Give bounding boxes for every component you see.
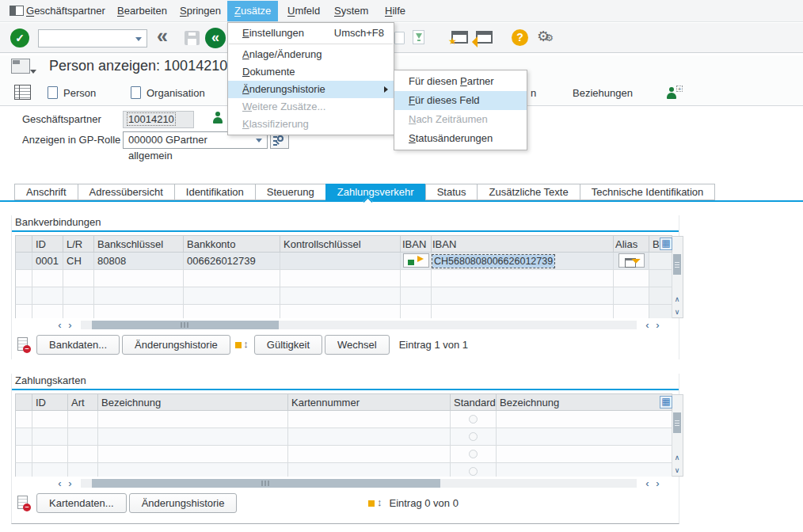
select-all-header[interactable] [15, 393, 32, 411]
table-settings-icon[interactable]: ▦ [660, 396, 672, 408]
create-shortcut-icon[interactable] [476, 31, 493, 44]
change-history-button[interactable]: Änderungshistorie [129, 493, 238, 513]
bank-row[interactable]: 0001 CH 80808 006626012739 CH56808080066… [15, 253, 672, 270]
menu-item-dokumente[interactable]: Dokumente [228, 63, 394, 81]
tab-adressuebersicht[interactable]: Adressübersicht [78, 184, 175, 200]
sort-button[interactable] [233, 335, 252, 355]
tab-steuerung[interactable]: Steuerung [255, 184, 326, 200]
new-session-icon[interactable] [451, 31, 468, 44]
menu-item-aenderungshistorie[interactable]: Änderungshistorie [228, 81, 394, 98]
menu-item-fuer-dieses-feld[interactable]: Für dieses Feld [394, 91, 527, 110]
tab-status[interactable]: Status [425, 184, 478, 200]
row-selector[interactable] [15, 253, 32, 270]
menu-zusaetze[interactable]: Zusätze [227, 1, 278, 21]
scroll-right-icon[interactable]: › [65, 320, 75, 330]
scroll-left-icon[interactable]: ‹ [55, 478, 65, 488]
person-icon [212, 112, 223, 124]
cell-bankschluessel: 80808 [94, 253, 184, 270]
change-history-button[interactable]: Änderungshistorie [122, 335, 230, 355]
col-lr[interactable]: L/R [63, 235, 94, 253]
empty-table-row[interactable] [15, 287, 672, 305]
tab-identifikation[interactable]: Identifikation [174, 184, 256, 200]
menu-item-einstellungen[interactable]: Einstellungen Umsch+F8 [228, 25, 394, 42]
menu-umfeld[interactable]: Umfeld [280, 1, 327, 21]
col-iban[interactable]: IBAN [432, 235, 614, 253]
menu-item-anlage-aenderung[interactable]: Anlage/Änderung [228, 46, 394, 63]
scroll-left-icon[interactable]: ‹ [642, 478, 653, 488]
alias-button[interactable] [618, 253, 645, 268]
scrollbar-thumb[interactable] [92, 479, 440, 488]
scrollbar-track[interactable] [81, 321, 637, 329]
empty-table-row[interactable] [15, 305, 672, 318]
command-field[interactable] [38, 29, 147, 48]
chevron-down-icon[interactable] [135, 37, 142, 41]
scroll-left-icon[interactable]: ‹ [55, 320, 65, 330]
scrollbar-thumb[interactable] [673, 254, 681, 275]
enter-icon[interactable]: ✓ [10, 28, 29, 48]
scrollbar-track[interactable] [81, 479, 637, 488]
change-button[interactable]: Wechsel [325, 335, 390, 355]
menu-item-fuer-diesen-partner[interactable]: Für diesen Partner [394, 72, 527, 91]
vertical-scrollbar[interactable]: ∧ ∨ [672, 394, 683, 477]
col-bankkonto[interactable]: Bankkonto [184, 235, 280, 253]
menu-springen[interactable]: Springen [173, 1, 228, 21]
col-standard[interactable]: Standard [451, 393, 497, 411]
menu-item-klassifizierung: Klassifizierung [228, 116, 394, 133]
partner-field[interactable]: 10014210 [123, 111, 194, 128]
empty-table-row[interactable] [15, 428, 672, 446]
col-id[interactable]: ID [32, 393, 68, 411]
empty-table-row[interactable] [15, 411, 672, 428]
relations-button[interactable]: Beziehungen [573, 85, 633, 101]
empty-table-row[interactable] [15, 270, 672, 287]
delete-entry-button[interactable] [15, 335, 34, 355]
tab-technische-identifikation[interactable]: Technische Identifikation [580, 184, 716, 200]
validity-button[interactable]: Gültigkeit [254, 335, 322, 355]
card-data-button[interactable]: Kartendaten... [36, 493, 127, 513]
sort-button[interactable] [366, 493, 385, 513]
back-button[interactable]: « [205, 28, 226, 48]
overview-icon[interactable] [14, 85, 31, 100]
col-kontrollschluessel[interactable]: Kontrollschlüssel [280, 235, 401, 253]
person-create-icon[interactable]: + [666, 85, 677, 101]
menu-item-statusaenderungen[interactable]: Statusänderungen [394, 129, 527, 148]
scroll-right-icon[interactable]: › [65, 478, 75, 488]
col-bezeichnung[interactable]: Bezeichnung [98, 393, 288, 411]
col-kartennummer[interactable]: Kartennummer [288, 393, 451, 411]
col-bankschluessel[interactable]: Bankschlüssel [94, 235, 184, 253]
help-icon[interactable]: ? [512, 29, 528, 46]
bank-data-button[interactable]: Bankdaten... [36, 335, 120, 355]
col-art[interactable]: Art [68, 393, 98, 411]
col-id[interactable]: ID [32, 235, 63, 253]
menu-hilfe[interactable]: Hilfe [378, 1, 413, 21]
iban-value[interactable]: CH5680808006626012739 [432, 255, 554, 268]
scroll-left-icon[interactable]: ‹ [642, 320, 653, 330]
scroll-right-icon[interactable]: › [653, 320, 663, 330]
empty-table-row[interactable] [15, 446, 672, 463]
vertical-scrollbar[interactable]: ∧ ∨ [672, 236, 683, 318]
services-menu-icon[interactable] [11, 59, 30, 74]
person-button[interactable]: Person [48, 85, 96, 101]
table-settings-icon[interactable]: ▦ [660, 238, 672, 250]
scroll-right-icon[interactable]: › [653, 478, 663, 488]
col-alias[interactable]: Alias [614, 235, 649, 253]
empty-table-row[interactable] [15, 463, 672, 477]
iban-expand-button[interactable] [403, 253, 429, 268]
scroll-up-icon[interactable]: ∧ [672, 454, 682, 462]
menu-system[interactable]: System [327, 1, 375, 21]
menu-bearbeiten[interactable]: Bearbeiten [110, 1, 174, 21]
scrollbar-thumb[interactable] [92, 321, 279, 329]
scroll-down-icon[interactable]: ∨ [672, 308, 682, 316]
customize-icon[interactable]: ⚙⚙ [537, 28, 549, 45]
tab-zahlungsverkehr[interactable]: Zahlungsverkehr [325, 184, 426, 200]
scroll-up-icon[interactable]: ∧ [672, 295, 682, 303]
col-iban-button[interactable]: IBAN [401, 235, 432, 253]
tab-zusaetzliche-texte[interactable]: Zusätzliche Texte [477, 184, 580, 200]
scroll-down-icon[interactable]: ∨ [672, 466, 682, 474]
tab-anschrift[interactable]: Anschrift [14, 184, 78, 200]
menu-geschaeftspartner[interactable]: Geschäftspartner [19, 1, 112, 21]
scrollbar-thumb[interactable] [673, 412, 681, 433]
col-bezeichnung-2[interactable]: Bezeichnung [497, 393, 672, 411]
organisation-button[interactable]: Organisation [131, 85, 205, 101]
delete-entry-button[interactable] [15, 493, 34, 513]
select-all-header[interactable] [15, 235, 32, 253]
